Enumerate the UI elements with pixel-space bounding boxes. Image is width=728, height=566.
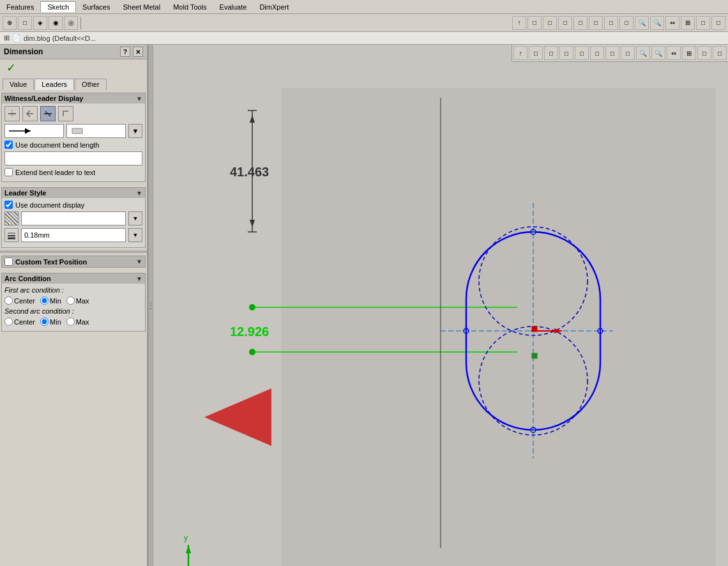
use-doc-display-checkbox[interactable] (4, 201, 13, 209)
toolbar-icon-4[interactable]: ◉ (49, 16, 63, 30)
tab-leaders[interactable]: Leaders (34, 79, 74, 90)
witness-leader-section: Witness/Leader Display ▼ (1, 93, 146, 182)
bend-length-input[interactable]: 12.000mm (4, 151, 142, 165)
custom-text-position-header[interactable]: Custom Text Position ▼ (2, 256, 145, 267)
panel-resizer[interactable] (148, 45, 153, 566)
canvas-icon-14[interactable]: □ (713, 46, 727, 60)
toolbar-icon-r5[interactable]: □ (573, 16, 588, 30)
tab-other[interactable]: Other (75, 79, 107, 90)
canvas-area[interactable]: ↑ □ □ □ □ □ □ □ 🔍 🔍 ⇔ ⊞ □ □ (153, 45, 728, 566)
witness-icon-strikethrough[interactable] (4, 106, 20, 121)
section-separator (0, 250, 147, 253)
canvas-icon-10[interactable]: 🔍 (651, 46, 665, 60)
menu-mold-tools[interactable]: Mold Tools (167, 2, 213, 12)
line-weight-select[interactable]: 0.18mm (21, 228, 126, 242)
arc-condition-header[interactable]: Arc Condition ▼ (2, 273, 145, 284)
toolbar-icon-1[interactable]: ⊕ (3, 16, 17, 30)
toolbar-icon-3[interactable]: ◈ (33, 16, 47, 30)
toolbar-icon-r2[interactable]: □ (527, 16, 542, 30)
canvas-icon-12[interactable]: ⊞ (682, 46, 696, 60)
witness-icon-corner[interactable] (58, 106, 73, 121)
first-arc-max-option[interactable]: Max (66, 296, 89, 305)
panel-header: Dimension ? ✕ (0, 45, 147, 59)
toolbar-icon-r8[interactable]: □ (619, 16, 633, 30)
line-weight-dropdown[interactable]: ▼ (128, 228, 142, 242)
witness-icon-strikethrough2[interactable] (40, 106, 56, 121)
arrow-end-display (66, 124, 126, 138)
second-arc-min-radio[interactable] (40, 317, 49, 326)
custom-text-position-checkbox[interactable] (4, 257, 13, 266)
second-arc-radio-row: Center Min Max (4, 317, 142, 326)
menu-evaluate[interactable]: Evaluate (213, 2, 254, 12)
first-arc-min-option[interactable]: Min (40, 296, 61, 305)
custom-text-position-section: Custom Text Position ▼ (1, 256, 146, 268)
second-arc-min-option[interactable]: Min (40, 317, 61, 326)
canvas-icon-3[interactable]: □ (544, 46, 558, 60)
line-style-select[interactable] (21, 211, 126, 226)
canvas-icon-13[interactable]: □ (697, 46, 711, 60)
leader-style-title: Leader Style (4, 189, 46, 197)
first-arc-min-radio[interactable] (40, 296, 49, 305)
witness-icon-arrow-left[interactable] (22, 106, 38, 121)
leader-style-header[interactable]: Leader Style ▼ (2, 188, 145, 198)
second-arc-max-option[interactable]: Max (66, 317, 89, 326)
svg-marker-15 (250, 220, 255, 227)
toolbar-icon-r7[interactable]: □ (604, 16, 618, 30)
leader-style-section: Leader Style ▼ Use document display ▼ (1, 187, 146, 248)
second-arc-label: Second arc condition : (4, 307, 142, 315)
doc-bend-length-row: Use document bend length (4, 141, 142, 149)
witness-leader-header[interactable]: Witness/Leader Display ▼ (2, 93, 145, 103)
panel-title: Dimension (4, 47, 43, 56)
first-arc-center-option[interactable]: Center (4, 296, 35, 305)
arrow-dropdown-btn[interactable]: ▼ (128, 124, 142, 138)
doc-bend-length-label: Use document bend length (15, 141, 99, 149)
toolbar-icon-r10[interactable]: 🔍 (650, 16, 664, 30)
canvas-icon-1[interactable]: ↑ (513, 46, 527, 60)
toolbar-icon-r9[interactable]: 🔍 (635, 16, 649, 30)
help-button[interactable]: ? (120, 47, 130, 57)
toolbar-icon-r13[interactable]: □ (696, 16, 710, 30)
toolbar-icon-r6[interactable]: □ (589, 16, 603, 30)
doc-title-icon: 📄 (12, 34, 21, 42)
accept-button[interactable]: ✓ (3, 60, 20, 75)
svg-marker-14 (250, 115, 255, 123)
toolbar-icon-r11[interactable]: ⇔ (665, 16, 679, 30)
toolbar-icon-2[interactable]: □ (18, 16, 32, 30)
line-style-dropdown[interactable]: ▼ (128, 211, 142, 226)
canvas-icon-5[interactable]: □ (575, 46, 589, 60)
first-arc-max-radio[interactable] (66, 296, 75, 305)
toolbar-icon-r4[interactable]: □ (558, 16, 572, 30)
arrow-style-display (4, 124, 64, 138)
canvas-icon-9[interactable]: 🔍 (636, 46, 650, 60)
canvas-icon-2[interactable]: □ (529, 46, 543, 60)
svg-rect-31 (532, 326, 537, 332)
ctp-collapse-icon: ▼ (136, 258, 142, 265)
first-arc-center-radio[interactable] (4, 296, 13, 305)
doc-bend-length-checkbox[interactable] (4, 141, 13, 149)
toolbar-icon-5[interactable]: ◎ (64, 16, 78, 30)
toolbar-icon-r3[interactable]: □ (543, 16, 557, 30)
menu-features[interactable]: Features (0, 2, 40, 12)
canvas-icon-8[interactable]: □ (621, 46, 635, 60)
tab-value[interactable]: Value (3, 79, 34, 90)
toolbar-icon-r1[interactable]: ↑ (512, 16, 526, 30)
second-arc-min-label: Min (50, 318, 61, 326)
arc-condition-collapse-icon: ▼ (136, 275, 142, 282)
toolbar-icon-r14[interactable]: □ (711, 16, 725, 30)
menu-sheet-metal[interactable]: Sheet Metal (116, 2, 167, 12)
menu-dimxpert[interactable]: DimXpert (253, 2, 295, 12)
second-arc-center-radio[interactable] (4, 317, 13, 326)
second-arc-center-option[interactable]: Center (4, 317, 35, 326)
canvas-icon-6[interactable]: □ (590, 46, 604, 60)
canvas-icon-4[interactable]: □ (559, 46, 573, 60)
canvas-icon-11[interactable]: ⇔ (667, 46, 681, 60)
second-arc-max-radio[interactable] (66, 317, 75, 326)
svg-point-19 (249, 349, 255, 355)
close-panel-button[interactable]: ✕ (133, 47, 143, 57)
menu-sketch[interactable]: Sketch (40, 1, 76, 12)
toolbar-icon-r12[interactable]: ⊞ (681, 16, 695, 30)
menu-surfaces[interactable]: Surfaces (76, 2, 116, 12)
use-doc-display-label: Use document display (15, 201, 84, 209)
extend-bent-leader-checkbox[interactable] (4, 168, 13, 176)
canvas-icon-7[interactable]: □ (605, 46, 619, 60)
